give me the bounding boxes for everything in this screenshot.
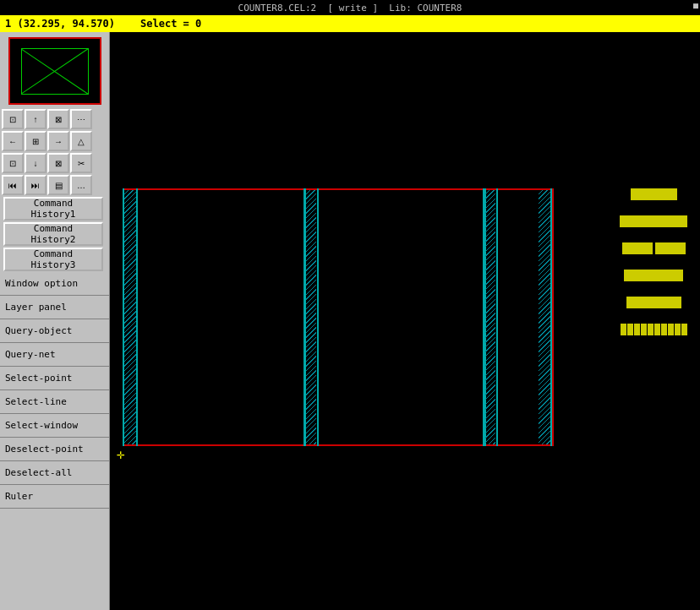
- title-mode: [ write ] Lib: COUNTER8: [316, 3, 462, 14]
- yr6-s3: [634, 324, 640, 335]
- tool-center[interactable]: ⊞: [25, 131, 46, 151]
- tool-list[interactable]: ▤: [47, 175, 69, 195]
- border-mid1-right: [317, 188, 319, 446]
- hatch-right: [539, 190, 550, 444]
- toolbar-row-1: ⊡ ↑ ⊠ ⋯: [0, 108, 109, 130]
- hatch-mid2: [485, 190, 495, 444]
- close-button[interactable]: ■: [693, 1, 698, 10]
- toolbar-row-2: ← ⊞ → △: [0, 130, 109, 152]
- yr6-s7: [661, 324, 667, 335]
- hatch-left: [124, 190, 136, 444]
- tool-dots[interactable]: …: [70, 175, 92, 195]
- tool-cross[interactable]: ⊠: [47, 109, 69, 129]
- menu-deselect-all[interactable]: Deselect-all: [0, 461, 109, 485]
- border-right-inner: [550, 188, 552, 446]
- border-left-outer: [123, 188, 124, 446]
- yr6-s4: [641, 324, 647, 335]
- cmd-history-3[interactable]: Command History3: [3, 248, 103, 271]
- thumbnail-content: [21, 48, 89, 95]
- menu-deselect-point[interactable]: Deselect-point: [0, 438, 109, 461]
- yellow-rect-1: [631, 188, 677, 200]
- title-bar: COUNTER8.CEL:2 [ write ] Lib: COUNTER8 ■: [0, 0, 700, 15]
- cmd-history-1[interactable]: Command History1: [3, 197, 103, 221]
- yellow-rect-2: [620, 215, 687, 227]
- sidebar: ⊡ ↑ ⊠ ⋯ ← ⊞ → △ ⊡ ↓ ⊠ ✂ ⏮ ⏭ ▤ … Command …: [0, 32, 110, 610]
- menu-select-point[interactable]: Select-point: [0, 367, 109, 390]
- border-mid2-left: [483, 188, 484, 446]
- toolbar-row-4: ⏮ ⏭ ▤ …: [0, 174, 109, 196]
- tool-right[interactable]: →: [47, 131, 69, 151]
- tool-left[interactable]: ←: [2, 131, 24, 151]
- tool-select[interactable]: ⊡: [2, 109, 24, 129]
- tool-down[interactable]: ↓: [25, 153, 46, 173]
- border-mid1-left: [304, 188, 305, 446]
- yr6-s2: [627, 324, 633, 335]
- yellow-rect-6-wrapper: [621, 324, 687, 335]
- tool-tri[interactable]: △: [70, 131, 92, 151]
- thumbnail: [8, 37, 101, 105]
- yellow-rect-5: [626, 297, 681, 308]
- yr6-s10: [681, 324, 687, 335]
- yellow-rect-4: [624, 270, 683, 281]
- yr6-s8: [668, 324, 674, 335]
- yellow-rect-3b: [655, 242, 686, 254]
- tool-x2[interactable]: ⊠: [47, 153, 69, 173]
- hatch-mid1: [306, 190, 316, 444]
- menu-query-object[interactable]: Query-object: [0, 319, 109, 343]
- crosshair: ✛: [117, 446, 125, 462]
- canvas-area[interactable]: ✛: [110, 32, 700, 610]
- menu-layer-panel[interactable]: Layer panel: [0, 296, 109, 319]
- yr6-s6: [654, 324, 660, 335]
- border-left-inner: [136, 188, 138, 446]
- coords-display: 1 (32.295, 94.570): [5, 18, 115, 30]
- tool-prev[interactable]: ⏮: [2, 175, 24, 195]
- yellow-rect-3-wrapper: [622, 242, 686, 254]
- yr6-s5: [648, 324, 654, 335]
- tool-cut[interactable]: ✂: [70, 153, 92, 173]
- main-layout: ⊡ ↑ ⊠ ⋯ ← ⊞ → △ ⊡ ↓ ⊠ ✂ ⏮ ⏭ ▤ … Command …: [0, 32, 700, 610]
- menu-query-net[interactable]: Query-net: [0, 343, 109, 367]
- tool-more1[interactable]: ⋯: [70, 109, 92, 129]
- coord-bar: 1 (32.295, 94.570) Select = 0: [0, 15, 700, 32]
- tool-box[interactable]: ⊡: [2, 153, 24, 173]
- menu-select-window[interactable]: Select-window: [0, 414, 109, 438]
- tool-next[interactable]: ⏭: [25, 175, 46, 195]
- tool-up[interactable]: ↑: [25, 109, 46, 129]
- menu-window-option[interactable]: Window option: [0, 272, 109, 296]
- yr6-s1: [621, 324, 626, 335]
- toolbar-row-3: ⊡ ↓ ⊠ ✂: [0, 152, 109, 174]
- select-display: Select = 0: [140, 18, 201, 30]
- menu-ruler[interactable]: Ruler: [0, 485, 109, 509]
- cmd-history-2[interactable]: Command History2: [3, 222, 103, 246]
- yr6-s9: [675, 324, 681, 335]
- yellow-rect-3a: [622, 242, 653, 254]
- right-panel: [607, 32, 700, 610]
- border-mid2-right: [496, 188, 498, 446]
- title-text: COUNTER8.CEL:2: [238, 3, 317, 14]
- menu-select-line[interactable]: Select-line: [0, 390, 109, 414]
